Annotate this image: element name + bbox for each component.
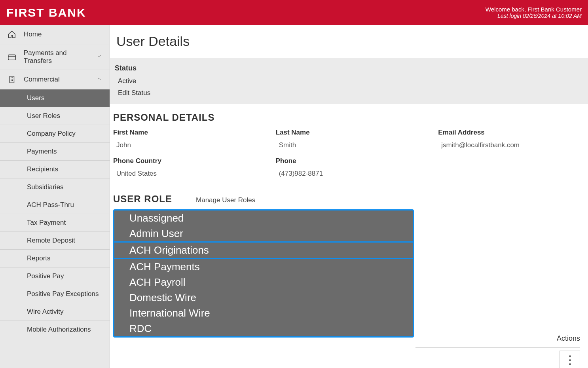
phone-field: Phone (473)982-8871 xyxy=(276,157,423,178)
subnav-company-policy[interactable]: Company Policy xyxy=(0,125,110,143)
kebab-dot-icon xyxy=(569,359,571,361)
role-option-international-wire[interactable]: International Wire xyxy=(114,305,413,321)
subnav-tax-payment[interactable]: Tax Payment xyxy=(0,214,110,232)
subnav-recipients[interactable]: Recipients xyxy=(0,161,110,178)
first-name-field: First Name John xyxy=(113,129,260,149)
edit-status-link[interactable]: Edit Status xyxy=(118,89,583,97)
subnav-remote-deposit[interactable]: Remote Deposit xyxy=(0,232,110,250)
welcome-text: Welcome back, First Bank Customer xyxy=(486,6,582,13)
subnav-user-roles[interactable]: User Roles xyxy=(0,107,110,125)
main-content: User Details Status Active Edit Status P… xyxy=(110,25,588,368)
subnav-ach-pass-thru[interactable]: ACH Pass-Thru xyxy=(0,196,110,214)
subnav-reports[interactable]: Reports xyxy=(0,250,110,267)
role-option-admin-user[interactable]: Admin User xyxy=(114,226,413,241)
kebab-dot-icon xyxy=(569,355,571,357)
role-option-unassigned[interactable]: Unassigned xyxy=(114,211,413,226)
personal-details-grid: First Name John Last Name Smith Email Ad… xyxy=(110,129,588,186)
welcome-block: Welcome back, First Bank Customer Last l… xyxy=(486,6,582,19)
last-name-label: Last Name xyxy=(276,129,423,137)
actions-column: Actions xyxy=(557,334,580,368)
kebab-dot-icon xyxy=(569,363,571,365)
subnav-wire-activity[interactable]: Wire Activity xyxy=(0,303,110,321)
subnav-positive-pay[interactable]: Positive Pay xyxy=(0,267,110,285)
status-section: Status Active Edit Status xyxy=(110,58,588,104)
role-option-ach-payments[interactable]: ACH Payments xyxy=(114,259,413,275)
user-role-heading: USER ROLE xyxy=(113,193,172,205)
subnav-users[interactable]: Users xyxy=(0,89,110,107)
last-name-value: Smith xyxy=(279,141,423,149)
phone-country-field: Phone Country United States xyxy=(113,157,260,178)
nav-commercial-label: Commercial xyxy=(24,76,60,83)
first-name-label: First Name xyxy=(113,129,260,137)
role-option-ach-payroll[interactable]: ACH Payroll xyxy=(114,275,413,290)
first-name-value: John xyxy=(116,141,260,149)
card-icon xyxy=(7,52,17,62)
chevron-up-icon xyxy=(96,76,102,84)
role-option-ach-originations[interactable]: ACH Originations xyxy=(114,241,413,259)
actions-header: Actions xyxy=(557,334,580,343)
role-option-domestic-wire[interactable]: Domestic Wire xyxy=(114,290,413,305)
phone-country-value: United States xyxy=(116,170,260,178)
building-icon xyxy=(7,75,17,84)
personal-details-heading: PERSONAL DETAILS xyxy=(110,104,588,129)
subnav-payments[interactable]: Payments xyxy=(0,143,110,161)
nav-commercial[interactable]: Commercial xyxy=(0,70,110,89)
top-header: FIRST BANK Welcome back, First Bank Cust… xyxy=(0,0,588,25)
subnav-mobile-authorizations[interactable]: Mobile Authorizations xyxy=(0,321,110,338)
manage-user-roles-link[interactable]: Manage User Roles xyxy=(196,196,255,204)
email-label: Email Address xyxy=(438,129,585,137)
phone-value: (473)982-8871 xyxy=(279,170,423,178)
home-icon xyxy=(7,30,17,39)
svg-rect-2 xyxy=(10,76,14,83)
phone-label: Phone xyxy=(276,157,423,165)
svg-rect-0 xyxy=(8,55,15,60)
nav-payments-label: Payments and Transfers xyxy=(24,49,96,65)
user-role-header: USER ROLE Manage User Roles xyxy=(110,186,588,209)
status-label: Status xyxy=(115,64,583,72)
email-value: jsmith@localfirstbank.com xyxy=(441,141,585,149)
phone-country-label: Phone Country xyxy=(113,157,260,165)
subnav-positive-pay-exceptions[interactable]: Positive Pay Exceptions xyxy=(0,285,110,303)
last-name-field: Last Name Smith xyxy=(276,129,423,149)
nav-home[interactable]: Home xyxy=(0,25,110,44)
status-value: Active xyxy=(118,77,583,85)
subnav-subsidiaries[interactable]: Subsidiaries xyxy=(0,178,110,196)
actions-kebab-button[interactable] xyxy=(560,351,580,368)
user-role-dropdown[interactable]: Unassigned Admin User ACH Originations A… xyxy=(113,209,414,338)
chevron-down-icon xyxy=(96,53,102,61)
last-login-text: Last login 02/26/2024 at 10:02 AM xyxy=(486,13,582,19)
divider xyxy=(415,347,580,348)
email-field: Email Address jsmith@localfirstbank.com xyxy=(438,129,585,149)
page-title: User Details xyxy=(110,25,588,58)
nav-payments-transfers[interactable]: Payments and Transfers xyxy=(0,44,110,70)
role-option-rdc[interactable]: RDC xyxy=(114,321,413,336)
bank-logo: FIRST BANK xyxy=(6,6,86,19)
sidebar: Home Payments and Transfers Commercial U… xyxy=(0,25,110,368)
nav-home-label: Home xyxy=(24,30,42,38)
